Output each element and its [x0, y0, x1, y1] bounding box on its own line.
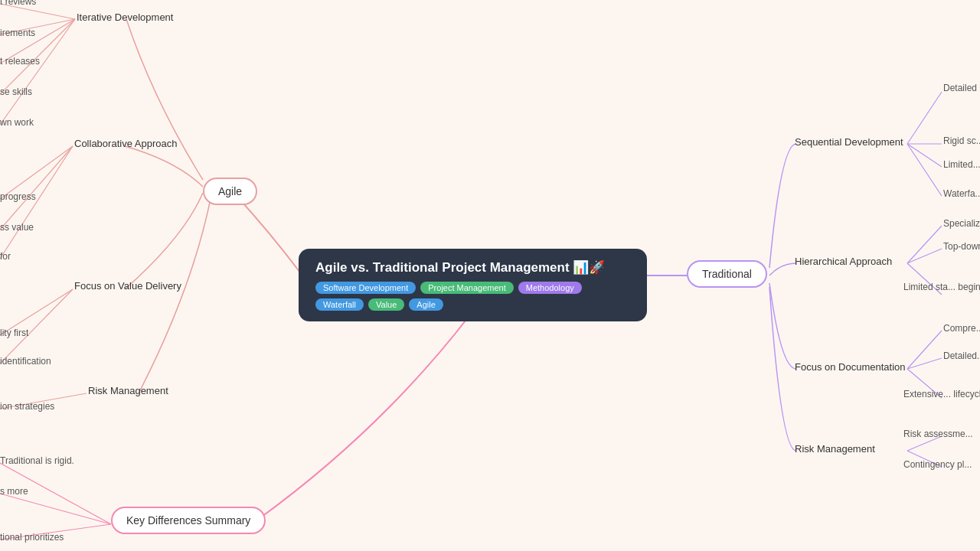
leaf-reviews: t reviews: [0, 0, 36, 7]
svg-line-19: [907, 358, 942, 369]
leaf-quality: lity first: [0, 328, 28, 338]
tag-software: Software Development: [315, 282, 416, 294]
leaf-identification: identification: [0, 356, 51, 367]
leaf-progress: progress: [0, 191, 36, 202]
tag-project: Project Management: [420, 282, 514, 294]
tag-agile: Agile: [409, 298, 443, 311]
central-title: Agile vs. Traditional Project Management…: [315, 259, 630, 276]
svg-line-11: [907, 92, 942, 144]
leaf-detailed-beg: Detailed beginning: [943, 83, 980, 93]
svg-line-18: [907, 331, 942, 369]
branch-documentation: Focus on Documentation: [795, 361, 906, 373]
traditional-node[interactable]: Traditional: [687, 260, 767, 288]
svg-line-16: [907, 249, 942, 263]
branch-hierarchical: Hierarchical Approach: [795, 256, 892, 267]
agile-label: Agile: [218, 185, 242, 197]
branch-risk-traditional: Risk Management: [795, 443, 875, 455]
leaf-strategies: ion strategies: [0, 401, 54, 412]
svg-line-14: [907, 144, 942, 196]
leaf-contingency: Contingency pl...: [903, 459, 972, 470]
leaf-irements: irements: [0, 28, 35, 38]
leaf-prioritizes: tional prioritizes: [0, 532, 64, 543]
central-tags: Software Development Project Management …: [315, 282, 630, 311]
svg-line-7: [0, 146, 73, 259]
branch-value: Focus on Value Delivery: [74, 280, 181, 292]
leaf-value: ss value: [0, 222, 34, 233]
branch-sequential: Sequential Development: [795, 136, 903, 148]
svg-line-15: [907, 226, 942, 263]
branch-collaborative: Collaborative Approach: [74, 138, 177, 149]
leaf-rigid2: Traditional is rigid.: [0, 455, 74, 466]
leaf-more: s more: [0, 486, 28, 497]
leaf-topdown: Top-down...: [943, 241, 980, 252]
leaf-extensive: Extensive... lifecycle...: [903, 389, 980, 399]
central-node: Agile vs. Traditional Project Management…: [299, 249, 647, 321]
leaf-skills: se skills: [0, 86, 32, 97]
key-diff-node[interactable]: Key Differences Summary: [111, 507, 266, 534]
leaf-work: wn work: [0, 117, 34, 128]
leaf-compre: Compre...: [943, 323, 980, 334]
tag-value: Value: [368, 298, 404, 311]
branch-risk-agile: Risk Management: [88, 385, 168, 396]
leaf-detailed2: Detailed...: [943, 350, 980, 361]
branch-iterative: Iterative Development: [77, 11, 173, 23]
leaf-specialized: Specialized...: [943, 218, 980, 229]
svg-line-24: [0, 494, 111, 524]
key-diff-label: Key Differences Summary: [126, 514, 250, 527]
tag-waterfall: Waterfall: [315, 298, 364, 311]
svg-line-9: [0, 289, 73, 364]
leaf-rigid: Rigid sc...: [943, 135, 980, 146]
svg-line-6: [0, 146, 73, 230]
leaf-limited-sta: Limited sta... beginning...: [903, 282, 980, 292]
agile-node[interactable]: Agile: [203, 178, 257, 205]
tag-methodology: Methodology: [518, 282, 582, 294]
leaf-risk-assess: Risk assessme...: [903, 429, 973, 439]
svg-line-13: [907, 144, 942, 167]
leaf-waterfall: Waterfa...: [943, 188, 980, 199]
leaf-limited: Limited...: [943, 159, 980, 170]
leaf-for: for: [0, 251, 11, 262]
traditional-label: Traditional: [702, 268, 752, 280]
leaf-releases: t releases: [0, 56, 40, 67]
